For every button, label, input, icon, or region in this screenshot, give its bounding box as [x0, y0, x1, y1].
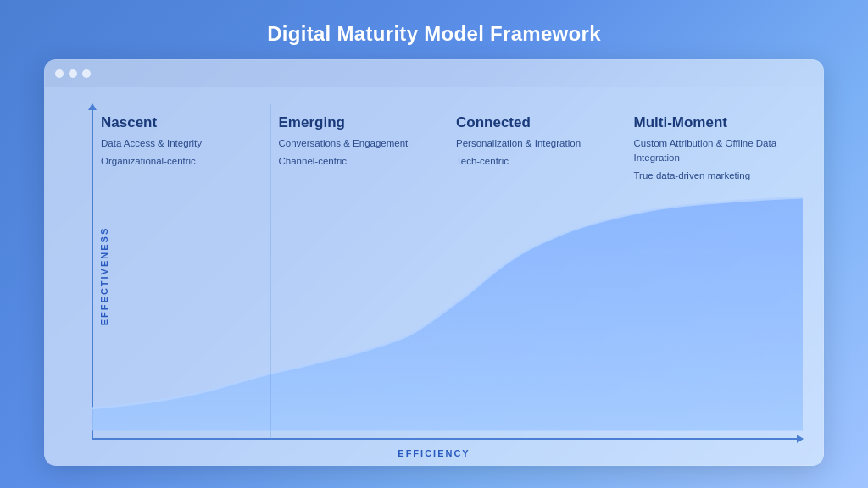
stage-multi-moment: Multi-Moment Custom Attribution & Offlin… — [626, 104, 804, 440]
stage-connected: Connected Personalization & Integration … — [448, 104, 626, 440]
browser-titlebar — [45, 60, 823, 87]
browser-dot-3 — [82, 69, 91, 78]
stage-emerging-title: Emerging — [279, 114, 440, 131]
x-axis-label: EFFICIENCY — [398, 448, 470, 458]
stage-nascent: Nascent Data Access & Integrity Organiza… — [92, 104, 270, 440]
stage-emerging-bullet-1: Conversations & Engagement — [279, 136, 440, 151]
stage-connected-bullet-2: Tech-centric — [456, 154, 617, 169]
browser-dot-1 — [55, 69, 64, 78]
stage-nascent-title: Nascent — [101, 114, 262, 131]
stage-connected-bullet-1: Personalization & Integration — [456, 136, 617, 151]
stage-multi-moment-bullet-2: True data-driven marketing — [634, 169, 795, 183]
stage-emerging-bullet-2: Channel-centric — [279, 154, 440, 169]
browser-window: EFFECTIVENESS EFFICIENCY — [44, 59, 824, 466]
browser-content: EFFECTIVENESS EFFICIENCY — [45, 87, 823, 465]
stage-emerging: Emerging Conversations & Engagement Chan… — [270, 104, 448, 440]
stage-multi-moment-title: Multi-Moment — [634, 114, 795, 131]
browser-dot-2 — [69, 69, 77, 78]
stage-nascent-bullet-2: Organizational-centric — [101, 154, 262, 169]
stage-multi-moment-bullet-1: Custom Attribution & Offline Data Integr… — [634, 136, 795, 164]
stages-container: Nascent Data Access & Integrity Organiza… — [92, 104, 803, 440]
stage-nascent-bullet-1: Data Access & Integrity — [101, 136, 262, 151]
page-title: Digital Maturity Model Framework — [267, 22, 601, 46]
stage-connected-title: Connected — [456, 114, 617, 131]
